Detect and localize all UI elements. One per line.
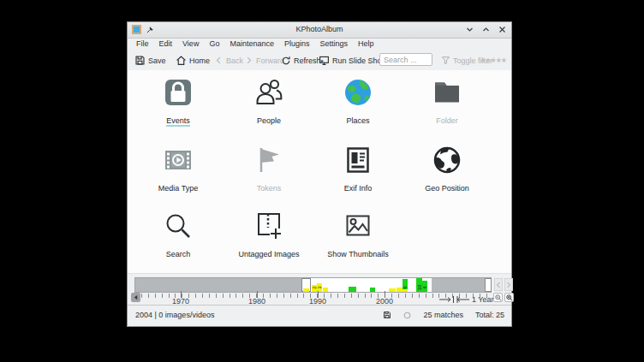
left-arrow-icon <box>133 294 139 300</box>
filmstrip-icon <box>163 145 194 175</box>
rating-filter-stars[interactable]: ★★★★★ <box>480 50 506 71</box>
datebar: 236104 1 Year <box>128 273 511 308</box>
folder-icon <box>432 77 462 108</box>
home-button[interactable]: Home <box>176 50 210 71</box>
statusbar: 2004 | 0 images/videos 25 matches Total:… <box>128 305 511 326</box>
datebar-bar-base <box>402 289 408 292</box>
status-matches: 25 matches <box>423 311 463 319</box>
datebar-bar-count: 6 <box>402 286 408 288</box>
save-button[interactable]: Save <box>134 50 166 71</box>
datebar-bar-count: 3 <box>317 286 322 288</box>
category-exif-info[interactable]: Exif Info <box>317 145 399 194</box>
category-show-thumbnails[interactable]: Show Thumbnails <box>317 211 399 260</box>
dirty-indicator-floppy-icon <box>383 311 391 319</box>
status-date-count: 2004 | 0 images/videos <box>135 306 214 324</box>
globe-color-icon <box>343 77 373 108</box>
datebar-histogram-bar: 10 <box>416 278 422 292</box>
untagged-icon <box>253 211 284 241</box>
category-label: Media Type <box>158 184 198 193</box>
menu-maintenance[interactable]: Maintenance <box>224 39 279 50</box>
search-input[interactable] <box>379 53 432 66</box>
floppy-icon <box>134 55 146 66</box>
menu-go[interactable]: Go <box>204 39 224 50</box>
titlebar[interactable]: KPhotoAlbum <box>128 22 511 39</box>
menu-view[interactable]: View <box>177 39 204 50</box>
category-folder[interactable]: Folder <box>406 77 488 127</box>
kphotoalbum-window: KPhotoAlbum File Edit View Go Maintenanc… <box>127 21 512 327</box>
bar-to-arrow-icon <box>456 296 470 303</box>
datebar-histogram-bar: 6 <box>402 279 408 292</box>
datebar-histogram-bar <box>370 288 375 292</box>
menu-help[interactable]: Help <box>353 39 379 50</box>
datebar-histogram-bar <box>349 287 356 292</box>
chevron-right-icon <box>244 56 253 65</box>
datebar-prev-button[interactable] <box>494 278 503 291</box>
category-label: Exif Info <box>344 184 373 193</box>
status-total: Total: 25 <box>475 311 504 319</box>
category-people[interactable]: People <box>228 77 310 127</box>
datebar-histogram-bar: 4 <box>422 281 427 292</box>
lock-icon <box>163 77 194 108</box>
back-button[interactable]: Back <box>214 50 243 71</box>
category-label: Geo Position <box>425 184 469 193</box>
menu-file[interactable]: File <box>131 39 154 50</box>
category-label: Search <box>166 250 191 258</box>
category-label: Untagged Images <box>238 250 299 258</box>
datebar-histogram-bar <box>303 288 309 292</box>
datebar-next-button[interactable] <box>504 278 513 291</box>
refresh-label: Refresh <box>294 56 321 65</box>
save-label: Save <box>148 56 166 65</box>
exif-doc-icon <box>343 145 373 175</box>
people-icon <box>253 77 284 108</box>
chevron-left-icon <box>496 282 501 288</box>
home-icon <box>176 55 187 66</box>
category-media-type[interactable]: Media Type <box>137 145 219 194</box>
menu-edit[interactable]: Edit <box>154 39 178 50</box>
datebar-histogram-bar <box>323 288 328 292</box>
magnifier-icon <box>163 211 194 241</box>
zoom-in-icon <box>506 294 513 301</box>
category-browser: Events People Places <box>128 70 511 273</box>
chevron-right-icon <box>506 282 511 288</box>
datebar-scroll-left-button[interactable] <box>131 293 140 302</box>
category-tokens[interactable]: Tokens <box>228 145 310 194</box>
category-search[interactable]: Search <box>137 211 219 260</box>
refresh-button[interactable]: Refresh <box>281 50 321 71</box>
home-label: Home <box>189 56 210 65</box>
datebar-unit-indicator: 1 Year <box>439 295 494 304</box>
datebar-histogram-bar <box>397 288 402 292</box>
category-label: Tokens <box>257 184 282 193</box>
close-button[interactable] <box>498 26 506 33</box>
datebar-zoom-out-button[interactable] <box>493 293 503 302</box>
datebar-histogram-bar <box>389 288 396 292</box>
datebar-unit-label: 1 Year <box>472 295 494 304</box>
category-events[interactable]: Events <box>137 77 219 127</box>
menu-settings[interactable]: Settings <box>314 39 353 50</box>
category-places[interactable]: Places <box>317 77 399 127</box>
datebar-zoom-in-button[interactable] <box>504 293 514 302</box>
category-label: Folder <box>436 116 458 125</box>
run-slideshow-button[interactable]: Run Slide Show <box>319 50 387 71</box>
maximize-button[interactable] <box>482 26 490 33</box>
globe-mono-icon <box>432 145 462 175</box>
category-untagged-images[interactable]: Untagged Images <box>228 211 310 260</box>
datebar-end-cap <box>485 278 492 292</box>
zoom-out-icon <box>495 294 502 301</box>
datebar-strip[interactable]: 236104 <box>134 277 492 293</box>
back-label: Back <box>226 56 243 65</box>
arrow-to-bar-icon <box>439 296 455 303</box>
funnel-icon <box>441 56 450 65</box>
datebar-bar-count: 10 <box>417 285 422 291</box>
slideshow-icon <box>319 55 330 66</box>
forward-button[interactable]: Forward <box>244 50 284 71</box>
category-geo-position[interactable]: Geo Position <box>406 145 488 194</box>
thumbnails-icon <box>343 211 373 241</box>
category-label: Places <box>346 116 369 125</box>
minimize-button[interactable] <box>466 26 474 33</box>
category-label: People <box>257 116 281 125</box>
chevron-left-icon <box>214 56 224 65</box>
refresh-icon <box>281 56 291 66</box>
menu-plugins[interactable]: Plugins <box>279 39 315 50</box>
window-title: KPhotoAlbum <box>128 22 511 37</box>
progress-circle-icon <box>403 312 411 319</box>
